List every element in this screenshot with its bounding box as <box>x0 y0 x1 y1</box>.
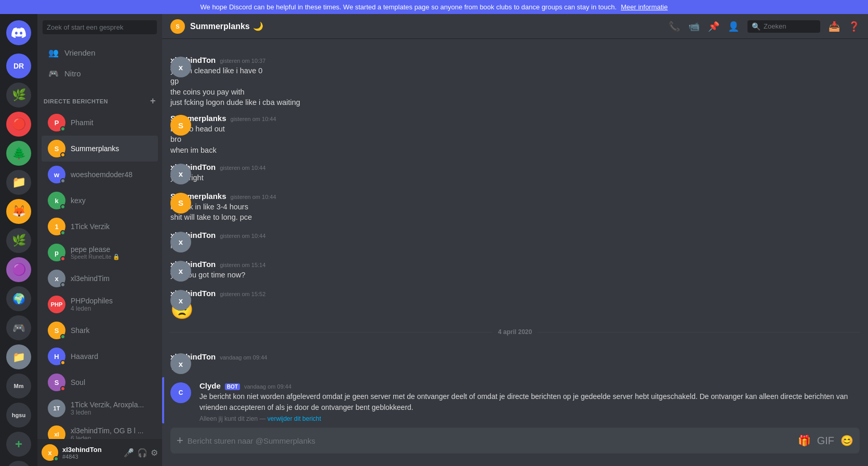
help-icon[interactable]: ❓ <box>848 21 860 32</box>
dm-item-1tick-aroxpla[interactable]: 1T 1Tick Verzik, Aroxpla... 3 leden <box>42 395 158 421</box>
server-icon-explore[interactable]: 🔍 NIEUW <box>6 461 31 466</box>
server-icon-add[interactable]: + <box>6 432 31 457</box>
discord-home-button[interactable] <box>6 20 31 45</box>
message-content: xl3ehindTon gisteren om 10:44 lmao <box>170 231 860 249</box>
message-text: yes im cleaned like i have 0 <box>170 65 860 76</box>
message-emoji: 😟 <box>170 299 860 321</box>
message-avatar[interactable]: x <box>170 353 191 374</box>
dm-name-1tick-verzik: 1Tick Verzik <box>71 222 152 231</box>
message-text: yes you got time now? <box>170 270 860 280</box>
chat-header-avatar: S <box>170 19 185 34</box>
server-icon-hgsu[interactable]: hgsu <box>6 403 31 428</box>
settings-icon[interactable]: ⚙ <box>151 448 158 458</box>
server-icon-s11[interactable]: 📁 <box>6 344 31 369</box>
message-avatar[interactable]: x <box>170 164 191 184</box>
message-time: gisteren om 10:44 <box>231 116 276 122</box>
dm-section-header: Directe berichten + <box>37 87 162 109</box>
dm-sub-1tick-aroxpla: 3 leden <box>71 409 152 416</box>
chat-header-icons: 📞 📹 📌 👤 🔍 📥 ❓ <box>669 20 860 33</box>
dm-item-phpdophiles[interactable]: PHP PHPdophiles 4 leden <box>42 291 158 317</box>
clyde-header: Clyde BOT vandaag om 09:44 <box>199 381 860 390</box>
add-dm-button[interactable]: + <box>150 96 156 106</box>
inbox-icon[interactable]: 📥 <box>829 21 840 32</box>
server-icon-s3[interactable]: 🔴 <box>6 112 31 137</box>
dm-name-shark: Shark <box>71 326 152 335</box>
chat-header-emoji: 🌙 <box>253 21 263 31</box>
message-group: x xl3ehindTon gisteren om 15:52 😟 <box>162 285 868 320</box>
video-icon[interactable]: 📹 <box>688 21 700 32</box>
dm-item-1tick-verzik[interactable]: 1 1Tick Verzik <box>42 214 158 239</box>
message-time: gisteren om 10:44 <box>220 165 265 171</box>
server-icon-s2[interactable]: 🌿 <box>6 83 31 108</box>
add-member-icon[interactable]: 👤 <box>728 21 739 32</box>
banner-link[interactable]: Meer informatie <box>621 3 667 11</box>
server-icon-s10[interactable]: 🎮 <box>6 315 31 340</box>
call-icon[interactable]: 📞 <box>669 21 680 32</box>
dm-item-haavard[interactable]: H Haavard <box>42 343 158 369</box>
sidebar-item-nitro[interactable]: 🎮 Nitro <box>42 63 158 83</box>
message-avatar[interactable]: x <box>170 57 191 77</box>
dm-avatar-xl3ehindtim-ogbi: xl <box>48 425 65 439</box>
dm-item-kexy[interactable]: k kexy <box>42 188 158 214</box>
headphone-icon[interactable]: 🎧 <box>137 448 148 458</box>
message-header: xl3ehindTon gisteren om 15:52 <box>170 289 860 298</box>
message-text: bout to head out <box>170 124 860 134</box>
message-text: ? <box>170 362 860 372</box>
dm-name-kexy: kexy <box>71 196 152 205</box>
search-box <box>37 14 162 38</box>
dm-item-xl3ehindtim[interactable]: x xl3ehindTim <box>42 265 158 291</box>
dm-item-woeshoemdoder48[interactable]: w woeshoemdoder48 <box>42 162 158 188</box>
server-icon-s7[interactable]: 🌿 <box>6 228 31 253</box>
message-avatar[interactable]: x <box>170 290 191 311</box>
message-time: gisteren om 10:37 <box>220 58 265 64</box>
server-icon-s8[interactable]: 🟣 <box>6 257 31 282</box>
message-avatar[interactable]: S <box>170 193 191 214</box>
dm-item-phamit[interactable]: P Phamit <box>42 110 158 136</box>
sidebar-item-friends[interactable]: 👥 Vrienden <box>42 43 158 62</box>
message-group: x xl3ehindTon gisteren om 10:44 yeha rig… <box>162 158 868 183</box>
date-divider: 4 april 2020 <box>162 320 868 344</box>
message-group: x xl3ehindTon gisteren om 15:14 yes you … <box>162 256 868 281</box>
message-avatar[interactable]: x <box>170 232 191 252</box>
message-text: just fcking logon dude like i cba waitin… <box>170 97 860 108</box>
dm-item-pepe-please[interactable]: p pepe please Speelt RuneLite 🔒 <box>42 239 158 265</box>
message-group: S Summerplanks gisteren om 10:44 bout to… <box>162 110 868 154</box>
clyde-border <box>162 377 164 423</box>
message-avatar[interactable]: x <box>170 261 191 282</box>
message-avatar[interactable]: S <box>170 115 191 136</box>
pin-icon[interactable]: 📌 <box>708 21 719 32</box>
dm-name-xl3ehindtim: xl3ehindTim <box>71 274 152 283</box>
dm-item-shark[interactable]: S Shark <box>42 317 158 343</box>
message-time: gisteren om 15:14 <box>220 262 265 268</box>
server-icon-dr[interactable]: DR <box>6 54 31 78</box>
search-input[interactable] <box>43 20 157 34</box>
dm-name-pepe-please: pepe please <box>71 245 152 254</box>
dm-item-soul[interactable]: S Soul <box>42 369 158 395</box>
message-content: Summerplanks gisteren om 10:44 bout to h… <box>170 114 860 152</box>
message-header: xl3ehindTon gisteren om 15:14 <box>170 260 860 269</box>
dm-avatar-haavard: H <box>48 348 65 365</box>
message-input[interactable] <box>188 430 794 451</box>
gif-icon[interactable]: GIF <box>817 435 834 447</box>
dm-name-1tick-aroxpla: 1Tick Verzik, Aroxpla... <box>71 401 152 409</box>
clyde-time: vandaag om 09:44 <box>244 383 291 390</box>
message-text: gp <box>170 76 860 86</box>
microphone-icon[interactable]: 🎤 <box>124 448 134 458</box>
announcement-banner: We hope Discord can be helpful in these … <box>0 0 868 14</box>
server-icon-mm[interactable]: Mm <box>6 374 31 398</box>
add-file-button[interactable]: + <box>177 428 183 454</box>
emoji-icon[interactable]: 😊 <box>840 434 853 447</box>
gift-icon[interactable]: 🎁 <box>798 434 811 447</box>
server-icon-s9[interactable]: 🌍 <box>6 286 31 311</box>
server-icon-s6[interactable]: 🦊 <box>6 199 31 224</box>
dm-avatar-1tick-aroxpla: 1T <box>48 400 65 417</box>
dm-name-soul: Soul <box>71 378 152 387</box>
dm-item-summerplanks[interactable]: S Summerplanks <box>42 136 158 162</box>
current-user-discriminator: #4843 <box>62 454 119 460</box>
dm-item-xl3ehindtim-ogbi[interactable]: xl xl3ehindTim, OG B l ... 6 leden <box>42 421 158 439</box>
friends-icon: 👥 <box>48 47 59 58</box>
server-icon-s4[interactable]: 🌲 <box>6 141 31 166</box>
chat-search-input[interactable] <box>764 22 816 30</box>
remove-message-link[interactable]: verwijder dit bericht <box>268 415 321 422</box>
server-icon-s5[interactable]: 📁 <box>6 170 31 195</box>
